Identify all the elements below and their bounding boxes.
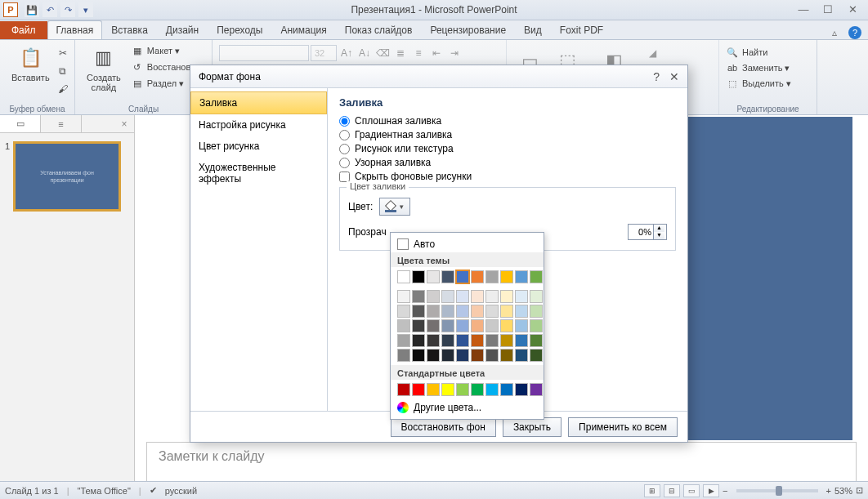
tab-animation[interactable]: Анимация <box>271 20 335 39</box>
zoom-out-button[interactable]: − <box>723 486 727 496</box>
nav-picture-settings[interactable]: Настройка рисунка <box>190 114 327 136</box>
radio-picture[interactable]: Рисунок или текстура <box>339 143 676 154</box>
tint-swatch[interactable] <box>485 319 499 332</box>
zoom-level[interactable]: 53% <box>834 486 852 496</box>
tint-swatch[interactable] <box>412 334 425 347</box>
dialog-close-button[interactable]: ✕ <box>669 70 679 83</box>
tint-swatch[interactable] <box>500 305 513 318</box>
tint-swatch[interactable] <box>456 349 469 362</box>
tint-swatch[interactable] <box>515 334 528 347</box>
tint-swatch[interactable] <box>441 334 454 347</box>
save-button[interactable]: 💾 <box>25 2 39 17</box>
tint-swatch[interactable] <box>515 319 528 332</box>
font-family-input[interactable] <box>219 45 309 61</box>
spin-up[interactable]: ▲ <box>653 225 664 232</box>
tint-swatch[interactable] <box>515 349 528 362</box>
section-button[interactable]: ▤Раздел ▾ <box>131 76 199 91</box>
select-button[interactable]: ⬚Выделить ▾ <box>726 76 810 91</box>
tab-view[interactable]: Вид <box>515 20 551 39</box>
zoom-in-button[interactable]: + <box>826 486 831 496</box>
tint-swatch[interactable] <box>397 319 410 332</box>
tint-swatch[interactable] <box>412 349 425 362</box>
tint-swatch[interactable] <box>530 290 543 303</box>
reset-button[interactable]: ↺Восстанов... <box>131 60 199 74</box>
theme-swatch[interactable] <box>441 270 454 283</box>
tint-swatch[interactable] <box>441 349 454 362</box>
tab-design[interactable]: Дизайн <box>157 20 208 39</box>
numbering-button[interactable]: ≡ <box>410 45 427 61</box>
tint-swatch[interactable] <box>500 319 513 332</box>
radio-gradient[interactable]: Градиентная заливка <box>339 129 676 140</box>
standard-swatch[interactable] <box>397 383 410 396</box>
tint-swatch[interactable] <box>441 319 454 332</box>
theme-swatch[interactable] <box>500 270 513 283</box>
standard-swatch[interactable] <box>412 383 425 396</box>
tint-swatch[interactable] <box>427 334 440 347</box>
tint-swatch[interactable] <box>427 290 440 303</box>
tab-foxit[interactable]: Foxit PDF <box>551 20 612 39</box>
standard-swatch[interactable] <box>456 383 469 396</box>
minimize-button[interactable]: — <box>791 0 816 18</box>
tint-swatch[interactable] <box>397 334 410 347</box>
standard-swatch[interactable] <box>485 383 499 396</box>
bullets-button[interactable]: ≣ <box>392 45 409 61</box>
tint-swatch[interactable] <box>530 305 543 318</box>
copy-button[interactable]: ⧉ <box>55 63 71 79</box>
tint-swatch[interactable] <box>485 305 499 318</box>
tint-swatch[interactable] <box>456 305 469 318</box>
check-hide-bg[interactable]: Скрыть фоновые рисунки <box>339 171 676 182</box>
tint-swatch[interactable] <box>471 349 484 362</box>
tint-swatch[interactable] <box>515 305 528 318</box>
zoom-slider[interactable] <box>736 489 818 492</box>
standard-swatch[interactable] <box>515 383 528 396</box>
tint-swatch[interactable] <box>412 290 425 303</box>
more-colors-row[interactable]: Другие цвета... <box>391 399 544 416</box>
ribbon-collapse-button[interactable]: ▵ <box>832 27 837 38</box>
standard-swatch[interactable] <box>441 383 454 396</box>
paste-button[interactable]: 📋 Вставить <box>7 42 55 97</box>
undo-button[interactable]: ↶ <box>43 2 57 17</box>
tab-review[interactable]: Рецензирование <box>421 20 515 39</box>
tint-swatch[interactable] <box>515 290 528 303</box>
theme-swatch[interactable] <box>427 270 440 283</box>
grow-font-button[interactable]: A↑ <box>338 45 355 61</box>
transparency-spinner[interactable]: ▲▼ <box>628 224 667 240</box>
tint-swatch[interactable] <box>456 334 469 347</box>
tint-swatch[interactable] <box>471 334 484 347</box>
nav-artistic-effects[interactable]: Художественные эффекты <box>190 157 327 189</box>
sorter-view-button[interactable]: ⊟ <box>664 484 680 497</box>
tint-swatch[interactable] <box>471 319 484 332</box>
nav-picture-color[interactable]: Цвет рисунка <box>190 136 327 157</box>
apply-all-button[interactable]: Применить ко всем <box>568 417 678 437</box>
spellcheck-icon[interactable]: ✔ <box>150 485 157 496</box>
help-icon[interactable]: ? <box>848 26 861 39</box>
theme-swatch[interactable] <box>456 270 469 283</box>
tint-swatch[interactable] <box>456 290 469 303</box>
normal-view-button[interactable]: ⊞ <box>644 484 660 497</box>
standard-swatch[interactable] <box>471 383 484 396</box>
replace-button[interactable]: abЗаменить ▾ <box>726 60 810 75</box>
tab-slideshow[interactable]: Показ слайдов <box>336 20 422 39</box>
tint-swatch[interactable] <box>441 305 454 318</box>
radio-pattern[interactable]: Узорная заливка <box>339 157 676 168</box>
tint-swatch[interactable] <box>427 305 440 318</box>
tint-swatch[interactable] <box>397 305 410 318</box>
fit-button[interactable]: ⊡ <box>856 485 863 496</box>
tint-swatch[interactable] <box>412 319 425 332</box>
theme-swatch[interactable] <box>471 270 484 283</box>
dialog-help-button[interactable]: ? <box>653 70 660 83</box>
auto-color-row[interactable]: Авто <box>391 236 544 252</box>
font-size-input[interactable] <box>311 45 337 61</box>
spin-down[interactable]: ▼ <box>653 232 664 239</box>
maximize-button[interactable]: ☐ <box>816 0 840 18</box>
nav-fill[interactable]: Заливка <box>190 91 327 114</box>
notes-input[interactable]: Заметки к слайду <box>146 442 857 481</box>
tint-swatch[interactable] <box>500 334 513 347</box>
theme-swatch[interactable] <box>530 270 543 283</box>
tint-swatch[interactable] <box>397 349 410 362</box>
slides-tab[interactable]: ▭ <box>0 115 41 132</box>
tint-swatch[interactable] <box>427 349 440 362</box>
indent-inc-button[interactable]: ⇥ <box>446 45 463 61</box>
new-slide-button[interactable]: ▥ Создать слайд <box>82 42 126 96</box>
outline-tab[interactable]: ≡ <box>41 115 82 132</box>
